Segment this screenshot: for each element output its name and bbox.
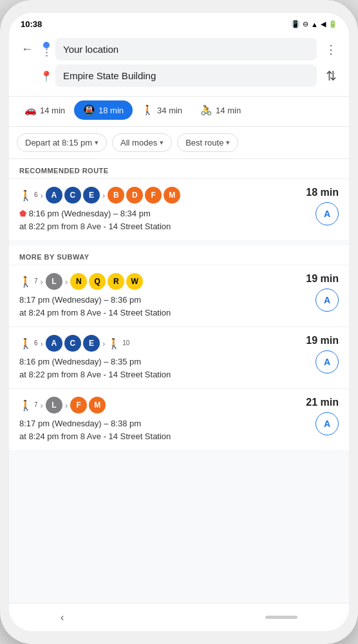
walk-subscript: 6: [34, 191, 38, 198]
phone-frame: 10:38 📳 ⊖ ▲ ◀ 🔋 ←: [0, 0, 358, 644]
walk-icon: 🚶: [19, 399, 32, 412]
route-item[interactable]: 🚶 7 › L › F M 8:17 pm (Wednesday) – 8:38…: [9, 388, 349, 450]
more-icon: ⋮: [325, 43, 337, 57]
walk-end-icon: 🚶: [108, 337, 120, 350]
line-e-badge: E: [83, 187, 100, 204]
navigate-button[interactable]: A: [316, 202, 339, 225]
line-b-badge: B: [108, 187, 124, 204]
line-f-badge: F: [145, 187, 162, 204]
transit-time: 18 min: [99, 106, 124, 115]
station-note: at 8:24 pm from 8 Ave - 14 Street Statio…: [19, 308, 171, 317]
route-duration: 19 min: [306, 335, 339, 346]
modes-filter[interactable]: All modes ▾: [112, 133, 172, 152]
results-area: RECOMMENDED ROUTE 🚶 6 › A C E › B: [9, 159, 349, 603]
minus-circle-icon: ⊖: [303, 20, 308, 28]
route-left: 🚶 7 › L › N Q R W 8:17 pm (Wednesday) – …: [19, 273, 294, 319]
line-q-badge: Q: [89, 273, 106, 290]
destination-input[interactable]: [55, 64, 317, 87]
vibrate-icon: 📳: [291, 20, 300, 28]
car-icon: 🚗: [24, 104, 37, 116]
walk-icon: 🚶: [19, 337, 32, 350]
walk-subscript: 7: [34, 401, 38, 408]
connector: [46, 48, 48, 57]
wifi-icon: ▲: [311, 21, 318, 28]
chevron-down-icon: ▾: [95, 138, 99, 147]
route-label: Best route: [185, 138, 223, 147]
bottom-back-button[interactable]: ‹: [61, 612, 64, 623]
alert-icon: ⬟: [19, 209, 26, 218]
tab-car[interactable]: 🚗 14 min: [15, 100, 74, 120]
route-icons-row: 🚶 6 › A C E › 🚶 10: [19, 335, 294, 352]
tab-bike[interactable]: 🚴 14 min: [191, 100, 250, 120]
origin-input[interactable]: [55, 38, 317, 61]
transit-icon: 🚇: [83, 104, 95, 116]
time-range: 8:17 pm (Wednesday) – 8:36 pm: [19, 295, 141, 305]
search-area: ← ⋮ 📍: [9, 33, 349, 97]
tab-transit[interactable]: 🚇 18 min: [74, 100, 133, 120]
depart-filter[interactable]: Depart at 8:15 pm ▾: [17, 133, 107, 152]
pin-icon: 📍: [40, 70, 53, 82]
modes-label: All modes: [120, 138, 157, 147]
route-duration: 18 min: [306, 187, 339, 198]
route-left: 🚶 7 › L › F M 8:17 pm (Wednesday) – 8:38…: [19, 397, 294, 442]
navigate-button[interactable]: A: [316, 350, 339, 374]
station-note: at 8:24 pm from 8 Ave - 14 Street Statio…: [19, 431, 171, 441]
line-a-badge: A: [46, 187, 62, 204]
arrow-icon: ›: [41, 339, 43, 348]
swap-button[interactable]: ⇅: [321, 66, 341, 86]
walk-icon: 🚶: [19, 189, 32, 202]
walk-subscript: 6: [34, 339, 38, 346]
route-duration: 21 min: [306, 397, 339, 408]
route-left: 🚶 6 › A C E › 🚶 10 8:16 pm (Wednesday) –…: [19, 335, 294, 381]
arrow-icon: ›: [65, 277, 68, 287]
home-bar[interactable]: [265, 616, 297, 619]
status-bar: 10:38 📳 ⊖ ▲ ◀ 🔋: [9, 13, 349, 33]
route-icons-row: 🚶 6 › A C E › B D F M: [19, 187, 294, 204]
line-n-badge: N: [70, 273, 87, 290]
back-button[interactable]: ←: [17, 39, 37, 60]
nav-icon: A: [324, 419, 330, 429]
chevron-down-icon: ▾: [226, 138, 230, 147]
nav-icon: A: [324, 295, 330, 305]
route-item[interactable]: 🚶 6 › A C E › B D F M: [9, 178, 349, 240]
line-r-badge: R: [108, 273, 124, 290]
route-item[interactable]: 🚶 6 › A C E › 🚶 10 8:16 pm (Wednesday) –…: [9, 327, 349, 388]
time-range: 8:16 pm (Wednesday) – 8:34 pm: [29, 209, 151, 218]
arrow-icon: ›: [41, 277, 43, 287]
destination-indicator: 📍: [41, 69, 52, 82]
navigate-button[interactable]: A: [316, 289, 339, 312]
swap-icon: ⇅: [326, 68, 337, 84]
bike-icon: 🚴: [200, 104, 212, 116]
blue-dot-icon: [43, 42, 50, 48]
depart-label: Depart at 8:15 pm: [25, 138, 92, 147]
route-icons-row: 🚶 7 › L › N Q R W: [19, 273, 294, 290]
line-c-badge: C: [64, 335, 81, 352]
bike-time: 14 min: [216, 106, 241, 115]
arrow-icon: ›: [65, 401, 68, 410]
battery-icon: 🔋: [328, 20, 337, 28]
walk-icon: 🚶: [19, 276, 32, 288]
route-item[interactable]: 🚶 7 › L › N Q R W 8:17 pm (Wednesday) – …: [9, 265, 349, 327]
route-filter[interactable]: Best route ▾: [177, 133, 238, 152]
back-arrow-icon: ←: [21, 43, 33, 56]
navigate-button[interactable]: A: [316, 412, 339, 435]
time-range: 8:16 pm (Wednesday) – 8:35 pm: [19, 357, 141, 366]
origin-indicator: [41, 42, 52, 57]
station-note: at 8:22 pm from 8 Ave - 14 Street Statio…: [19, 370, 171, 379]
route-right: 18 min A: [294, 187, 339, 225]
line-m-badge: M: [89, 397, 106, 413]
car-time: 14 min: [40, 106, 65, 115]
status-icons: 📳 ⊖ ▲ ◀ 🔋: [291, 20, 337, 28]
signal-icon: ◀: [321, 20, 326, 28]
route-right: 21 min A: [294, 397, 339, 435]
tab-walk[interactable]: 🚶 34 min: [133, 100, 191, 120]
more-menu-button[interactable]: ⋮: [321, 39, 341, 60]
destination-row: 📍 ⇅: [17, 64, 341, 87]
dot2: [46, 52, 48, 53]
route-icons-row: 🚶 7 › L › F M: [19, 397, 294, 413]
route-time-info: 8:17 pm (Wednesday) – 8:38 pm at 8:24 pm…: [19, 417, 294, 442]
transport-tabs: 🚗 14 min 🚇 18 min 🚶 34 min 🚴 14 min: [9, 97, 349, 127]
dot3: [46, 55, 48, 57]
bottom-nav: ‹: [9, 603, 349, 631]
nav-icon: A: [324, 357, 330, 367]
